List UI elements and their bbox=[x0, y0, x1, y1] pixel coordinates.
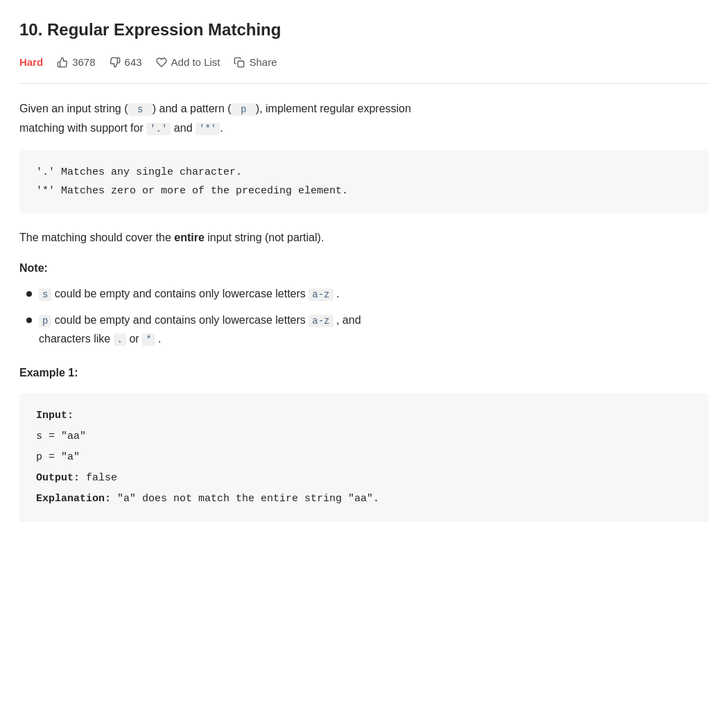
star-pattern-inline: '*' bbox=[196, 123, 220, 135]
problem-description: Given an input string ( s ) and a patter… bbox=[19, 99, 709, 138]
az-code-1: a-z bbox=[309, 288, 333, 301]
downvote-count: 643 bbox=[125, 54, 142, 71]
p-var-note: p bbox=[39, 315, 51, 327]
coverage-text: The matching should cover the entire inp… bbox=[19, 228, 709, 247]
problem-title: 10. Regular Expression Matching bbox=[19, 17, 709, 43]
note-list: s could be empty and contains only lower… bbox=[19, 284, 709, 349]
heart-icon bbox=[156, 57, 167, 68]
share-label: Share bbox=[249, 54, 277, 71]
var-p-inline: p bbox=[232, 103, 256, 116]
upvote-button[interactable]: 3678 bbox=[57, 54, 95, 71]
meta-row: Hard 3678 643 Add to List Share bbox=[19, 54, 709, 71]
note-item-1-text: s could be empty and contains only lower… bbox=[39, 284, 339, 304]
bullet-dot-1 bbox=[26, 291, 32, 297]
example1-p-value: p = "a" bbox=[36, 451, 80, 463]
dot-pattern-inline: '.' bbox=[146, 123, 171, 135]
share-icon bbox=[234, 57, 245, 68]
bullet-dot-2 bbox=[26, 318, 32, 323]
note-heading: Note: bbox=[19, 259, 709, 277]
dot-code: . bbox=[114, 333, 126, 346]
example1-explanation-text: "a" does not match the entire string "aa… bbox=[117, 493, 379, 505]
example1-input-label: Input: bbox=[36, 410, 73, 422]
svg-rect-0 bbox=[238, 61, 244, 67]
example1-output-label: Output: bbox=[36, 472, 80, 484]
var-s-inline: s bbox=[128, 103, 153, 116]
thumbs-up-icon bbox=[57, 57, 68, 68]
star-matches-line: '*' Matches zero or more of the precedin… bbox=[36, 185, 348, 197]
star-code: * bbox=[142, 333, 155, 346]
note-item-1: s could be empty and contains only lower… bbox=[26, 284, 709, 304]
note-item-2: p could be empty and contains only lower… bbox=[26, 311, 709, 349]
share-button[interactable]: Share bbox=[234, 54, 277, 71]
downvote-button[interactable]: 643 bbox=[110, 54, 142, 71]
example1-explanation-label: Explanation: bbox=[36, 493, 111, 505]
s-var-note: s bbox=[39, 288, 51, 301]
example1-heading: Example 1: bbox=[19, 364, 709, 382]
add-to-list-label: Add to List bbox=[171, 54, 220, 71]
upvote-count: 3678 bbox=[72, 54, 95, 71]
add-to-list-button[interactable]: Add to List bbox=[156, 54, 220, 71]
difficulty-badge: Hard bbox=[19, 54, 43, 71]
divider bbox=[19, 83, 709, 84]
dot-matches-line: '.' Matches any single character. bbox=[36, 166, 242, 178]
note-item-2-text: p could be empty and contains only lower… bbox=[39, 311, 361, 349]
example1-s-value: s = "aa" bbox=[36, 431, 86, 442]
az-code-2: a-z bbox=[309, 315, 333, 327]
pattern-explanation-block: '.' Matches any single character. '*' Ma… bbox=[19, 150, 709, 213]
entire-bold: entire bbox=[174, 232, 205, 243]
example1-block: Input: s = "aa" p = "a" Output: false Ex… bbox=[19, 393, 709, 522]
example1-output-value: false bbox=[86, 472, 117, 484]
thumbs-down-icon bbox=[110, 57, 121, 68]
